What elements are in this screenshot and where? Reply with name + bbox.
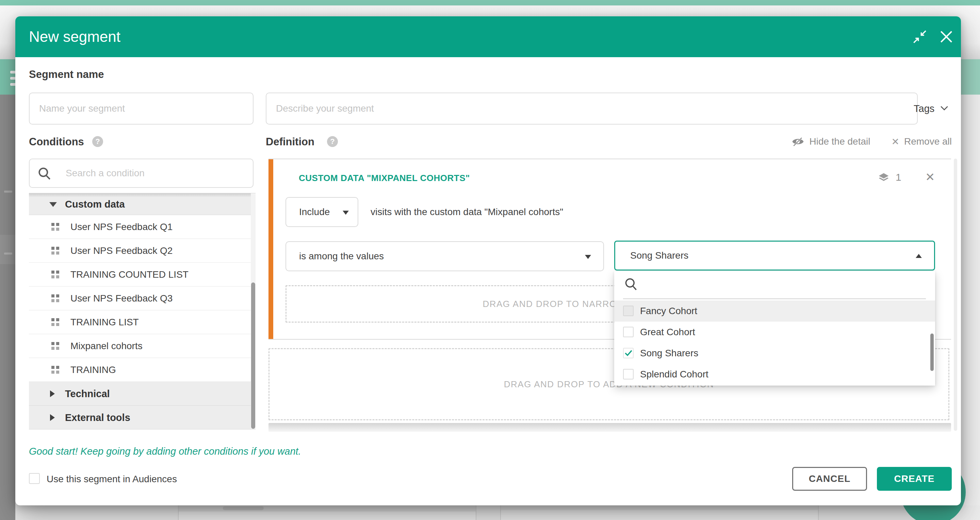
condition-item[interactable]: Mixpanel cohorts [29, 334, 256, 358]
modal-header: New segment [15, 16, 961, 57]
definition-hscrollbar[interactable] [269, 423, 951, 432]
condition-search-box [29, 159, 253, 188]
operator-dropdown[interactable]: is among the values [285, 241, 604, 271]
drag-handle-icon [51, 366, 59, 374]
condition-item[interactable]: TRAINING LIST [29, 310, 256, 334]
checkbox-unchecked[interactable] [623, 305, 633, 316]
condition-item[interactable]: User NPS Feedback Q3 [29, 286, 256, 310]
drag-handle-icon [51, 318, 59, 326]
close-icon[interactable] [938, 29, 953, 44]
condition-item[interactable]: User NPS Feedback Q2 [29, 239, 256, 263]
hint-text: Good start! Keep going by adding other c… [29, 446, 301, 457]
option-fancy-cohort[interactable]: Fancy Cohort [614, 301, 935, 321]
triangle-right-icon [50, 390, 55, 397]
drag-handle-icon [51, 247, 59, 254]
group-label: External tools [65, 406, 130, 429]
dropdown-divider [623, 299, 926, 299]
sidebar-item-sliver [4, 191, 12, 192]
value-selected: Song Sharers [630, 242, 688, 270]
option-label: Great Cohort [640, 321, 695, 343]
value-dropdown[interactable]: Song Sharers [614, 241, 935, 270]
condition-search-input[interactable] [65, 160, 249, 186]
remove-all-button[interactable]: Remove all [904, 136, 952, 147]
tags-dropdown[interactable]: Tags [914, 92, 955, 124]
panel-bar-sliver [223, 506, 264, 510]
triangle-down-icon [49, 202, 57, 207]
triangle-right-icon [50, 414, 55, 421]
page-toolbar-right [961, 59, 980, 95]
condition-item[interactable]: TRAINING COUNTED LIST [29, 263, 256, 286]
chevron-down-icon [940, 103, 949, 114]
caret-down-icon [585, 255, 591, 259]
checkbox-unchecked[interactable] [623, 327, 633, 337]
include-dropdown[interactable]: Include [285, 197, 358, 227]
layers-icon [877, 172, 890, 186]
condition-item-label: TRAINING [70, 358, 116, 382]
caret-down-icon [343, 211, 349, 215]
drag-handle-icon [51, 223, 59, 231]
group-label: Technical [65, 382, 110, 406]
panel-header-sliver [501, 506, 818, 510]
definition-scrollbar-track [954, 159, 957, 431]
search-icon [624, 277, 639, 293]
include-value: Include [299, 198, 330, 226]
value-dropdown-panel: Fancy Cohort Great Cohort Song Sharers S… [614, 271, 935, 386]
card-close-icon[interactable]: ✕ [925, 170, 935, 184]
definition-toolbar: Hide the detail ✕ Remove all [785, 134, 952, 149]
condition-sentence: visits with the custom data "Mixpanel co… [371, 197, 563, 227]
option-splendid-cohort[interactable]: Splendid Cohort [614, 364, 935, 386]
option-label: Fancy Cohort [640, 301, 697, 321]
group-custom-data[interactable]: Custom data [29, 193, 256, 215]
caret-up-icon [916, 254, 922, 258]
group-external-tools[interactable]: External tools [29, 406, 256, 429]
group-label: Custom data [65, 193, 125, 215]
page-bottom-background [15, 506, 980, 520]
page-sidebar-highlight [0, 235, 15, 264]
drag-handle-icon [51, 342, 59, 350]
page-right-background [961, 95, 980, 520]
definition-label: Definition [266, 136, 314, 148]
option-label: Song Sharers [640, 343, 698, 364]
screen: New segment Segment name Tags [0, 0, 980, 520]
condition-item-label: User NPS Feedback Q2 [70, 239, 172, 263]
option-great-cohort[interactable]: Great Cohort [614, 321, 935, 343]
conditions-list: Custom data User NPS Feedback Q1 User NP… [29, 193, 256, 429]
segment-name-label: Segment name [29, 68, 104, 81]
hide-detail-button[interactable]: Hide the detail [809, 136, 870, 147]
collapse-icon[interactable] [912, 29, 927, 44]
segment-description-input[interactable] [266, 92, 918, 124]
condition-item-label: TRAINING COUNTED LIST [70, 263, 189, 286]
cancel-button[interactable]: CANCEL [792, 467, 867, 491]
remove-all-x-icon: ✕ [891, 136, 899, 147]
eye-slash-icon [791, 137, 804, 147]
audiences-checkbox[interactable] [29, 473, 40, 484]
stack-count: 1 [896, 172, 901, 183]
condition-item[interactable]: TRAINING [29, 358, 256, 382]
tags-label: Tags [914, 103, 934, 114]
condition-item-label: User NPS Feedback Q1 [70, 215, 172, 239]
checkbox-checked[interactable] [623, 348, 633, 358]
option-label: Splendid Cohort [640, 364, 708, 385]
conditions-label: Conditions [29, 136, 84, 148]
condition-item[interactable]: User NPS Feedback Q1 [29, 215, 256, 239]
page-bottom-panel [500, 506, 819, 520]
modal-title: New segment [29, 16, 121, 57]
definition-help-icon[interactable]: ? [327, 136, 338, 147]
card-accent-bar [269, 159, 273, 339]
page-top-strip [0, 0, 980, 5]
new-segment-modal: New segment Segment name Tags [15, 16, 961, 506]
dropdown-scrollbar-thumb[interactable] [930, 334, 934, 371]
group-technical[interactable]: Technical [29, 382, 256, 406]
segment-name-input[interactable] [29, 92, 253, 124]
conditions-help-icon[interactable]: ? [92, 136, 103, 147]
drag-handle-icon [51, 270, 59, 278]
operator-value: is among the values [299, 242, 384, 270]
checkbox-unchecked[interactable] [623, 369, 633, 380]
card-title: CUSTOM DATA "MIXPANEL COHORTS" [299, 173, 470, 183]
conditions-scrollbar-thumb[interactable] [251, 283, 255, 429]
create-button[interactable]: CREATE [877, 467, 952, 491]
option-song-sharers[interactable]: Song Sharers [614, 343, 935, 364]
search-icon [37, 166, 52, 183]
audiences-checkbox-label: Use this segment in Audiences [47, 474, 177, 485]
page-bottom-panel [178, 506, 476, 520]
